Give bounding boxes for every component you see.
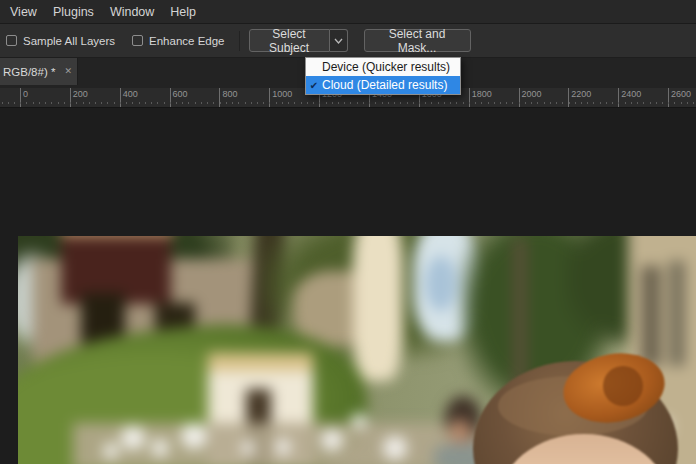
canvas-workspace[interactable] — [0, 108, 696, 464]
menu-item-help[interactable]: Help — [162, 0, 204, 24]
enhance-edge-checkbox[interactable] — [132, 35, 143, 46]
options-divider — [239, 31, 240, 51]
menu-bar: View Plugins Window Help — [0, 0, 696, 24]
check-icon: ✔ — [306, 80, 322, 91]
close-icon[interactable]: ✕ — [64, 67, 72, 76]
dropdown-item-device-label: Device (Quicker results) — [322, 60, 450, 74]
dropdown-item-cloud[interactable]: ✔ Cloud (Detailed results) — [306, 76, 460, 94]
select-subject-dropdown-menu: Device (Quicker results) ✔ Cloud (Detail… — [305, 57, 461, 95]
enhance-edge-label: Enhance Edge — [149, 35, 224, 47]
subject-bun-shadow — [603, 366, 643, 406]
menu-item-window[interactable]: Window — [102, 0, 162, 24]
sample-all-layers-group: Sample All Layers — [6, 35, 115, 47]
chevron-down-icon — [334, 38, 343, 44]
select-subject-dropdown-button[interactable] — [330, 29, 348, 52]
select-and-mask-button[interactable]: Select and Mask... — [364, 29, 471, 52]
photoshop-window: View Plugins Window Help Sample All Laye… — [0, 0, 696, 464]
dropdown-item-cloud-label: Cloud (Detailed results) — [322, 78, 447, 92]
photo-subject-head — [18, 236, 696, 464]
menu-item-view[interactable]: View — [2, 0, 45, 24]
select-subject-button[interactable]: Select Subject — [249, 29, 330, 52]
tool-options-bar: Sample All Layers Enhance Edge Select Su… — [0, 24, 696, 58]
document-tab-label: RGB/8#) * — [0, 66, 55, 78]
document-tab[interactable]: RGB/8#) * ✕ — [0, 58, 78, 85]
document-photo[interactable] — [18, 236, 696, 464]
menu-item-plugins[interactable]: Plugins — [45, 0, 102, 24]
sample-all-layers-checkbox[interactable] — [6, 35, 17, 46]
enhance-edge-group: Enhance Edge — [132, 35, 224, 47]
dropdown-item-device[interactable]: Device (Quicker results) — [306, 58, 460, 76]
sample-all-layers-label: Sample All Layers — [23, 35, 115, 47]
